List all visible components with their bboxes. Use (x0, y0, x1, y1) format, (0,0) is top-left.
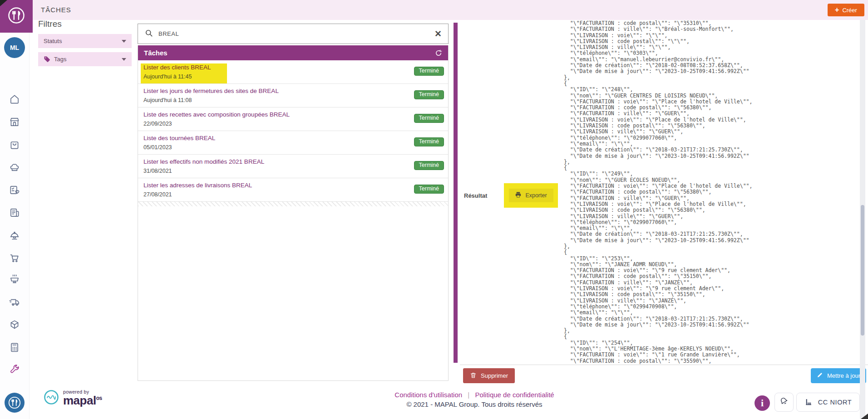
delete-button[interactable]: Supprimer (463, 368, 515, 383)
statuts-dropdown[interactable]: Statuts (38, 34, 132, 48)
task-date: 27/08/2021 (143, 191, 172, 198)
cloche-icon[interactable] (9, 229, 20, 241)
footer-legal: Conditions d'utilisation | Politique de … (318, 391, 631, 408)
task-result-json: "\"FACTURATION : code postal\"": "\"3531… (564, 20, 752, 364)
calculator-icon[interactable] (9, 341, 20, 353)
app-root: TÂCHES + Créer ML (0, 0, 868, 419)
task-date: 31/08/2021 (143, 168, 172, 174)
clear-search-icon[interactable]: ✕ (434, 29, 442, 38)
update-button[interactable]: Mettre à jour (811, 368, 866, 383)
privacy-link[interactable]: Politique de confidentialité (475, 391, 554, 399)
tags-dropdown[interactable]: Tags (38, 52, 132, 66)
statuts-dropdown-label: Statuts (44, 38, 62, 44)
notifications-button[interactable] (774, 393, 794, 412)
detail-footer-divider (460, 365, 868, 365)
task-title: Lister les jours de fermetures des sites… (143, 88, 279, 94)
export-button[interactable]: Exporter (509, 189, 553, 202)
search-icon (144, 29, 153, 39)
left-sidebar: ML (0, 33, 30, 419)
filters-title: Filtres (38, 19, 62, 29)
export-highlight-annotation: Exporter (504, 183, 558, 208)
update-button-label: Mettre à jour (827, 372, 860, 379)
create-button-label: Créer (842, 7, 857, 14)
bell-icon (779, 396, 789, 408)
task-list-title: Tâches (144, 49, 168, 57)
wrench-icon[interactable] (9, 363, 20, 375)
factory-icon (804, 397, 814, 408)
status-badge: Terminé (414, 137, 444, 146)
pencil-icon (817, 372, 823, 380)
tag-icon (44, 56, 50, 63)
top-header-bar (33, 0, 868, 20)
task-list-header: Tâches (138, 45, 448, 60)
delete-button-label: Supprimer (481, 372, 508, 379)
mapal-circle-icon (43, 389, 59, 407)
status-badge: Terminé (414, 114, 444, 123)
mapal-logo: powered by mapalos (43, 389, 102, 407)
printer-icon (515, 191, 522, 200)
screen-corner-artifact-bottom-right (861, 414, 868, 419)
chevron-down-icon (122, 58, 126, 61)
task-date: Aujourd'hui à 11:08 (143, 97, 192, 103)
export-button-label: Exporter (525, 192, 547, 199)
chef-hat-icon[interactable] (9, 161, 20, 173)
list-end-divider (138, 202, 448, 206)
cart-icon[interactable] (9, 252, 20, 264)
task-date: 05/01/2023 (143, 144, 172, 151)
task-title: Lister les effectifs non modifiés 2021 B… (143, 158, 264, 165)
hot-dish-icon[interactable] (9, 273, 20, 285)
task-row[interactable]: Lister des clients BREAL Aujourd'hui à 1… (138, 60, 448, 84)
store-icon[interactable] (9, 116, 20, 128)
task-list-panel: Tâches Lister des clients BREAL Aujourd'… (138, 45, 449, 381)
chevron-down-icon (122, 40, 126, 43)
panel-divider (454, 23, 458, 363)
task-title: Liste des tournées BREAL (143, 135, 215, 141)
task-title: Lister des clients BREAL (143, 64, 211, 71)
package-icon[interactable] (9, 319, 20, 331)
status-badge: Terminé (414, 67, 444, 76)
site-selector-button[interactable]: CC NIORT (796, 393, 860, 412)
user-avatar[interactable]: ML (4, 37, 25, 58)
page-title: TÂCHES (41, 6, 71, 14)
task-row[interactable]: Liste des recettes avec composition grou… (138, 107, 448, 131)
plus-icon: + (835, 6, 839, 14)
sidebar-bottom-logo[interactable] (5, 393, 25, 413)
trash-icon (470, 372, 477, 380)
shopping-bag-icon[interactable] (9, 139, 20, 151)
info-button[interactable]: i (755, 395, 770, 411)
task-title: Lister les adresses de livraisons BREAL (143, 182, 252, 189)
site-label: CC NIORT (818, 399, 852, 406)
link-separator: | (468, 391, 469, 399)
terms-link[interactable]: Conditions d'utilisation (395, 391, 462, 399)
mapal-wordmark: mapalos (63, 395, 102, 406)
delivery-truck-icon[interactable] (9, 296, 20, 308)
vertical-scrollbar[interactable] (860, 20, 865, 419)
task-row[interactable]: Lister les adresses de livraisons BREAL … (138, 178, 448, 202)
scrollbar-thumb[interactable] (861, 205, 864, 336)
task-row[interactable]: Lister les jours de fermetures des sites… (138, 84, 448, 107)
home-icon[interactable] (9, 93, 20, 105)
plate-cutlery-icon (6, 5, 27, 28)
status-badge: Terminé (414, 185, 444, 194)
search-value: BREAL (158, 30, 179, 37)
tags-dropdown-label: Tags (54, 56, 66, 63)
document-icon[interactable] (9, 207, 20, 219)
task-search-input[interactable]: BREAL ✕ (138, 24, 449, 44)
status-badge: Terminé (414, 90, 444, 99)
create-button[interactable]: + Créer (828, 4, 864, 16)
screen-corner-artifact-top-left (0, 0, 7, 6)
task-row[interactable]: Liste des tournées BREAL 05/01/2023 Term… (138, 131, 448, 155)
menu-feedback-icon[interactable] (9, 184, 20, 196)
refresh-icon[interactable] (435, 49, 442, 57)
result-label: Résultat (464, 192, 487, 199)
task-row[interactable]: Lister les effectifs non modifiés 2021 B… (138, 155, 448, 178)
copyright-text: © 2021 - MAPAL Group. Tous droits réserv… (318, 400, 631, 408)
task-date: Aujourd'hui à 11:45 (143, 73, 192, 80)
status-badge: Terminé (414, 161, 444, 170)
task-title: Liste des recettes avec composition grou… (143, 111, 290, 118)
task-date: 22/09/2023 (143, 121, 172, 127)
